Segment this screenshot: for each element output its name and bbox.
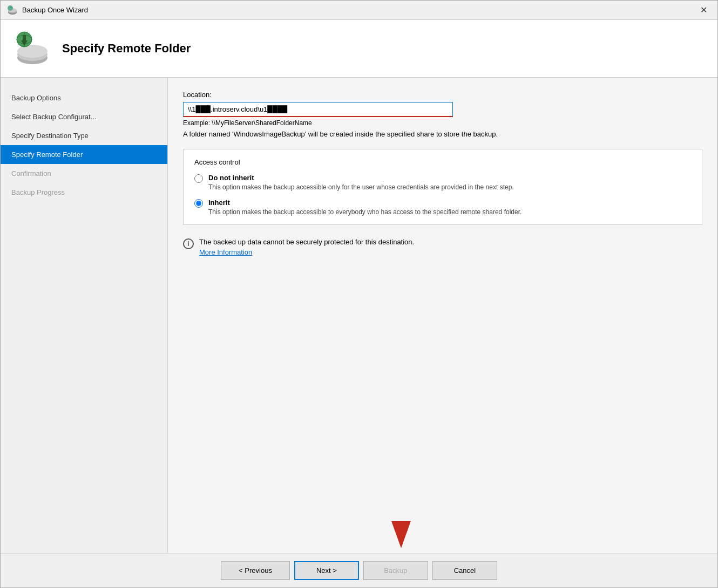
radio-inherit-desc: This option makes the backup accessible …: [208, 208, 521, 216]
example-value: \\MyFileServer\SharedFolderName: [212, 119, 311, 127]
previous-button[interactable]: < Previous: [221, 561, 290, 580]
info-icon: i: [183, 238, 194, 249]
example-prefix: Example:: [183, 119, 212, 127]
next-button[interactable]: Next >: [294, 561, 359, 580]
title-bar-left: Backup Once Wizard: [7, 5, 88, 16]
footer-area: < Previous Next > Backup Cancel: [1, 553, 717, 587]
more-info-link[interactable]: More Information: [199, 248, 414, 256]
arrow-down-icon: [391, 521, 411, 548]
access-control-title: Access control: [194, 158, 691, 166]
wizard-window: Backup Once Wizard ✕ Specify Remote: [0, 0, 718, 588]
location-input[interactable]: [183, 102, 453, 117]
title-bar: Backup Once Wizard ✕: [1, 1, 717, 20]
sidebar-item-specify-dest-type[interactable]: Specify Destination Type: [1, 126, 167, 145]
sidebar-item-specify-remote-folder[interactable]: Specify Remote Folder: [1, 145, 167, 164]
radio-option-do-not-inherit: Do not inherit This option makes the bac…: [194, 174, 691, 191]
info-notice-content: The backed up data cannot be securely pr…: [199, 238, 414, 256]
close-button[interactable]: ✕: [696, 3, 711, 18]
sidebar-item-select-config[interactable]: Select Backup Configurat...: [1, 107, 167, 126]
content-area: Backup Options Select Backup Configurat.…: [1, 78, 717, 553]
radio-do-not-inherit[interactable]: [194, 174, 203, 183]
header-area: Specify Remote Folder: [1, 20, 717, 78]
backup-button: Backup: [363, 561, 428, 580]
location-section: Location: Example: \\MyFileServer\Shared…: [183, 91, 702, 138]
sidebar-item-backup-options[interactable]: Backup Options: [1, 88, 167, 107]
folder-info-text: A folder named 'WindowsImageBackup' will…: [183, 130, 702, 138]
radio-inherit-content: Inherit This option makes the backup acc…: [208, 199, 521, 216]
backup-large-icon: [13, 30, 51, 67]
radio-do-not-inherit-content: Do not inherit This option makes the bac…: [208, 174, 514, 191]
location-input-wrapper: [183, 102, 702, 117]
arrow-indicator: [391, 521, 411, 548]
spacer: [183, 264, 702, 540]
footer-buttons: < Previous Next > Backup Cancel: [221, 561, 497, 580]
cancel-button[interactable]: Cancel: [432, 561, 497, 580]
radio-do-not-inherit-desc: This option makes the backup accessible …: [208, 183, 514, 191]
access-control-box: Access control Do not inherit This optio…: [183, 149, 702, 225]
radio-inherit[interactable]: [194, 199, 203, 208]
page-title: Specify Remote Folder: [62, 42, 191, 56]
location-label: Location:: [183, 91, 702, 99]
sidebar: Backup Options Select Backup Configurat.…: [1, 78, 168, 553]
main-content: Location: Example: \\MyFileServer\Shared…: [168, 78, 717, 553]
info-notice: i The backed up data cannot be securely …: [183, 238, 702, 256]
info-notice-text: The backed up data cannot be securely pr…: [199, 238, 414, 246]
header-icon: [13, 30, 51, 67]
radio-inherit-label: Inherit: [208, 199, 521, 207]
svg-rect-13: [23, 35, 26, 42]
title-icon: [7, 5, 18, 16]
example-text: Example: \\MyFileServer\SharedFolderName: [183, 119, 702, 127]
title-text: Backup Once Wizard: [22, 6, 88, 14]
radio-do-not-inherit-label: Do not inherit: [208, 174, 514, 182]
sidebar-item-backup-progress: Backup Progress: [1, 183, 167, 202]
sidebar-item-confirmation: Confirmation: [1, 164, 167, 183]
radio-option-inherit: Inherit This option makes the backup acc…: [194, 199, 691, 216]
